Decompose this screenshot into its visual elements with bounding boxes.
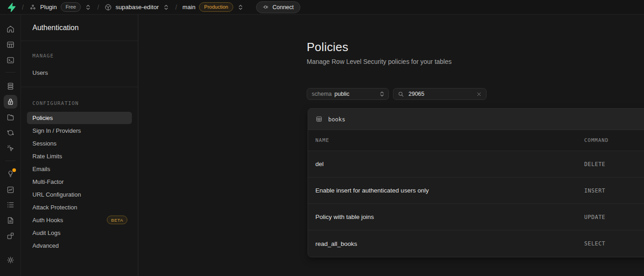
policy-row[interactable]: Policy with table joins UPDATE (308, 204, 644, 230)
reports-icon[interactable] (4, 183, 17, 197)
auth-lock-icon[interactable] (4, 95, 17, 109)
sidebar-item-policies[interactable]: Policies (27, 112, 132, 124)
policy-search (393, 88, 487, 100)
project-name: supabase-editor (115, 4, 159, 10)
table-card-header: books (308, 109, 644, 130)
policy-row[interactable]: read_all_books SELECT (308, 230, 644, 257)
sidebar-item-sessions[interactable]: Sessions (21, 137, 138, 150)
supabase-logo[interactable] (6, 2, 16, 12)
schema-select[interactable]: schema public (307, 88, 389, 100)
sidebar-item-attack-protection[interactable]: Attack Protection (21, 201, 138, 214)
sidebar-title: Authentication (32, 24, 79, 32)
sidebar-item-rate-limits[interactable]: Rate Limits (21, 150, 138, 162)
storage-icon[interactable] (4, 110, 17, 124)
rail-divider (5, 72, 16, 73)
sidebar-item-sign-in-providers[interactable]: Sign In / Providers (21, 124, 138, 137)
policy-name: del (308, 161, 584, 167)
policy-row[interactable]: Enable insert for authenticated users on… (308, 177, 644, 204)
policy-name: Policy with table joins (308, 214, 584, 220)
org-breadcrumb[interactable]: Plugin Free (29, 2, 92, 12)
logs-icon[interactable] (4, 198, 17, 212)
section-label-configuration: CONFIGURATION (32, 100, 79, 106)
sidebar-item-label: Sessions (32, 140, 57, 147)
database-icon[interactable] (4, 79, 17, 93)
sidebar-item-label: URL Configuration (32, 191, 81, 198)
sidebar-divider (21, 41, 138, 41)
policy-command: UPDATE (584, 214, 605, 220)
connect-button-label: Connect (272, 4, 294, 10)
column-header-name: NAME (308, 137, 584, 143)
policy-command: SELECT (584, 240, 605, 247)
table-name: books (328, 116, 346, 123)
filter-bar: schema public (307, 88, 487, 100)
sidebar-item-audit-logs[interactable]: Audit Logs (21, 226, 138, 239)
icon-rail (0, 15, 21, 276)
page-subtitle: Manage Row Level Security policies for y… (307, 58, 452, 65)
clear-search-icon[interactable] (476, 91, 482, 97)
org-switcher-chevron-icon[interactable] (84, 4, 92, 10)
connect-button[interactable]: Connect (256, 1, 300, 13)
sidebar-item-label: Advanced (32, 242, 59, 249)
organization-icon (29, 4, 37, 11)
edge-functions-icon[interactable] (4, 126, 17, 140)
api-docs-icon[interactable] (4, 214, 17, 227)
breadcrumb-separator: / (174, 4, 178, 11)
advisors-icon[interactable] (4, 167, 17, 181)
chevron-updown-icon (379, 91, 385, 97)
sidebar-item-users[interactable]: Users (21, 66, 138, 79)
sidebar-item-auth-hooks[interactable]: Auth Hooks BETA (21, 214, 138, 226)
plan-badge: Free (61, 2, 81, 12)
policies-table-card: books NAME COMMAND del DELETE Enable ins… (308, 108, 644, 257)
project-cube-icon (105, 4, 112, 11)
sidebar-item-url-configuration[interactable]: URL Configuration (21, 188, 138, 201)
policy-name: Enable insert for authenticated users on… (308, 187, 584, 194)
section-label-manage: MANAGE (32, 53, 54, 59)
realtime-icon[interactable] (4, 141, 17, 155)
project-breadcrumb[interactable]: supabase-editor (105, 4, 170, 11)
table-column-header: NAME COMMAND (308, 130, 644, 151)
sidebar-item-label: Auth Hooks (32, 217, 63, 224)
table-editor-icon[interactable] (4, 38, 17, 52)
sidebar-item-label: Sign In / Providers (32, 127, 81, 134)
search-input[interactable] (408, 91, 472, 97)
sidebar-divider (21, 87, 138, 87)
sql-editor-icon[interactable] (4, 53, 17, 67)
home-icon[interactable] (4, 22, 17, 36)
top-bar: / Plugin Free / supabase-editor / main P… (0, 0, 644, 15)
column-header-command: COMMAND (584, 137, 608, 143)
advisors-notification-dot (12, 168, 16, 172)
sidebar-item-label: Attack Protection (32, 204, 77, 211)
sidebar-item-label: Users (32, 69, 48, 76)
rail-divider (5, 161, 16, 161)
sidebar-item-label: Rate Limits (32, 153, 62, 160)
sidebar-item-multi-factor[interactable]: Multi-Factor (21, 175, 138, 188)
table-grid-icon (315, 115, 323, 123)
beta-badge: BETA (107, 216, 127, 224)
policy-command: DELETE (584, 161, 605, 167)
branch-breadcrumb[interactable]: main Production (183, 2, 244, 12)
policy-name: read_all_books (308, 240, 584, 247)
search-icon (398, 91, 404, 98)
auth-sidebar: Authentication MANAGE Users CONFIGURATIO… (21, 15, 138, 276)
sidebar-item-label: Emails (32, 166, 50, 172)
org-name: Plugin (40, 4, 57, 10)
integrations-icon[interactable] (4, 229, 17, 243)
plug-icon (262, 4, 269, 10)
sidebar-item-emails[interactable]: Emails (21, 162, 138, 175)
main-content: Policies Manage Row Level Security polic… (138, 15, 644, 276)
settings-gear-icon[interactable] (4, 253, 17, 267)
breadcrumb-separator: / (96, 4, 100, 11)
policy-command: INSERT (584, 187, 605, 194)
configuration-nav: Policies Sign In / Providers Sessions Ra… (21, 112, 138, 252)
breadcrumb-separator: / (21, 4, 25, 11)
branch-name: main (183, 4, 196, 10)
project-switcher-chevron-icon[interactable] (162, 4, 170, 10)
policy-row[interactable]: del DELETE (308, 151, 644, 177)
branch-switcher-chevron-icon[interactable] (237, 4, 244, 10)
sidebar-item-label: Audit Logs (32, 229, 60, 236)
sidebar-item-advanced[interactable]: Advanced (21, 239, 138, 252)
schema-select-label: schema (312, 91, 332, 97)
sidebar-item-label: Policies (32, 115, 53, 121)
sidebar-item-label: Multi-Factor (32, 178, 64, 185)
page-title: Policies (307, 40, 348, 54)
